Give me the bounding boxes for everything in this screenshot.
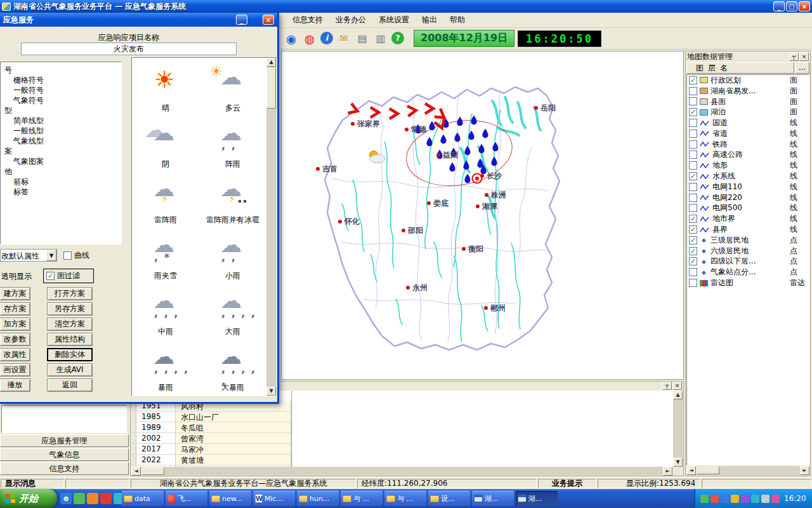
default-property-dropdown[interactable]: 改默认属性 ▼ — [0, 249, 57, 262]
layer-checkbox[interactable]: ✓ — [689, 225, 697, 234]
table-row[interactable]: 2022黄坡塘 — [131, 455, 291, 465]
chevron-down-icon[interactable]: ▼ — [46, 250, 56, 261]
menu-item-1[interactable]: 信息支持 — [287, 13, 329, 27]
left-nav-button-1[interactable]: 应急服务管理 — [0, 434, 129, 447]
dialog-minimize-button[interactable]: _ — [236, 15, 247, 25]
weather-symbol-sun-cloud[interactable]: ☀☁多云 — [199, 60, 266, 116]
tree-item-8[interactable]: 气象线型 — [1, 136, 121, 146]
layer-checkbox[interactable]: ✓ — [689, 215, 697, 223]
layer-checkbox[interactable] — [689, 194, 697, 202]
dialog-close-button[interactable]: × — [263, 15, 274, 25]
weather-symbol-overcast[interactable]: ☁☁阴 — [132, 116, 199, 172]
print-preview-icon[interactable]: ▥ — [373, 32, 388, 46]
tree-item-9[interactable]: 案 — [1, 146, 121, 156]
scroll-thumb[interactable] — [141, 467, 164, 475]
weather-symbol-shower[interactable]: ☁, ,阵雨 — [199, 116, 266, 172]
close-button[interactable]: × — [799, 1, 810, 11]
dialog-button[interactable]: 改参数 — [0, 333, 30, 346]
layer-checkbox[interactable]: ✓ — [689, 172, 697, 180]
taskbar-item-6[interactable]: 与 ... — [341, 491, 383, 506]
dialog-button[interactable]: 画设置 — [0, 363, 30, 377]
tree-item-7[interactable]: 一般线型 — [1, 126, 121, 136]
layer-row[interactable]: 国道线 — [687, 117, 809, 128]
layer-row[interactable]: 电网500线 — [687, 203, 809, 214]
layer-checkbox[interactable] — [689, 183, 697, 191]
transparent-checkbox-row[interactable]: 透明显示 — [1, 271, 32, 282]
dialog-button[interactable]: 另存方案 — [47, 302, 93, 316]
weather-symbol-thunder[interactable]: ☁⚡雷阵雨 — [132, 172, 199, 228]
curve-checkbox[interactable] — [63, 251, 72, 260]
layer-checkbox[interactable] — [689, 279, 697, 287]
weather-symbol-sleet[interactable]: ☁, *雨夹雪 — [132, 228, 199, 284]
left-nav-button-2[interactable]: 气象信息 — [0, 448, 129, 461]
city-marker[interactable]: 张家界 — [351, 119, 380, 128]
dialog-button[interactable]: 返回 — [47, 378, 93, 392]
layer-checkbox[interactable] — [689, 97, 697, 105]
face-filter-checkbox-row[interactable]: ✓ 面过滤 — [43, 269, 94, 283]
project-name-input[interactable] — [21, 43, 237, 55]
layer-row[interactable]: ✓◆三级居民地点 — [687, 235, 809, 246]
dialog-button[interactable]: 属性结构 — [47, 333, 93, 346]
layer-checkbox[interactable]: ✓ — [689, 257, 697, 265]
city-marker[interactable]: 永州 — [406, 283, 428, 292]
layer-row[interactable]: ✓水系线线 — [687, 171, 809, 182]
scroll-left-icon[interactable]: ◄ — [131, 467, 141, 476]
layer-checkbox[interactable]: ✓ — [689, 108, 697, 116]
more-button[interactable]: ... — [795, 62, 809, 74]
scroll-up-icon[interactable]: ▲ — [673, 391, 683, 399]
layer-row[interactable]: 高速公路线 — [687, 150, 809, 161]
layer-row[interactable]: ✓行政区划面 — [687, 75, 809, 86]
weather-symbol-rain-3[interactable]: ☁, , , ,大雨 — [199, 284, 266, 340]
city-marker[interactable]: 常德 — [405, 125, 427, 134]
tree-item-11[interactable]: 他 — [1, 166, 121, 177]
taskbar-item-3[interactable]: new... — [209, 491, 251, 506]
dialog-button[interactable]: 删除实体 — [47, 348, 93, 361]
menu-item-3[interactable]: 系统设置 — [373, 13, 415, 27]
scroll-right-icon[interactable]: ► — [663, 467, 672, 476]
close-icon[interactable]: × — [672, 382, 682, 390]
layer-row[interactable]: 县面面 — [687, 97, 809, 107]
weather-symbol-rain-2[interactable]: ☁, , ,中雨 — [132, 284, 199, 340]
layer-row[interactable]: 电网220线 — [687, 192, 809, 203]
tree-item-6[interactable]: 简单线型 — [1, 116, 121, 126]
layer-row[interactable]: 地形线 — [687, 160, 809, 171]
city-marker[interactable]: 郴州 — [484, 304, 506, 312]
pin-icon[interactable]: ┬ — [789, 53, 799, 61]
table-row[interactable]: 2017马家冲 — [131, 444, 291, 455]
table-row[interactable]: 1989冬瓜咀 — [131, 422, 291, 433]
print-icon[interactable]: ▤ — [355, 32, 370, 46]
dialog-button[interactable]: 清空方案 — [47, 318, 93, 331]
globe-icon[interactable]: ◉ — [284, 32, 299, 46]
layer-row[interactable]: 湖南省易发...面 — [687, 86, 809, 97]
city-marker[interactable]: 邵阳 — [402, 226, 423, 235]
layer-row[interactable]: 省道线 — [687, 128, 809, 139]
taskbar-item-7[interactable]: 与 ... — [384, 491, 426, 506]
info-icon[interactable]: i — [320, 32, 333, 44]
weather-symbol-rain-1[interactable]: ☁, ,小雨 — [199, 228, 266, 284]
tree-item-13[interactable]: 标签 — [1, 187, 121, 197]
ie-icon[interactable]: e — [60, 493, 72, 504]
menu-item-2[interactable]: 业务办公 — [330, 13, 372, 27]
layer-checkbox[interactable] — [689, 140, 697, 149]
layer-name-column[interactable]: 图层名 — [686, 62, 794, 74]
weather-symbol-storm-2[interactable]: ☁, , , , ,大暴雨 — [199, 340, 266, 396]
taskbar-item-4[interactable]: WMic... — [253, 491, 295, 506]
tray-icon-4[interactable] — [731, 495, 739, 503]
minimize-button[interactable]: _ — [773, 1, 785, 11]
tray-icon-1[interactable] — [700, 495, 709, 503]
menu-item-4[interactable]: 输出 — [416, 13, 443, 27]
city-marker[interactable]: 株洲 — [485, 190, 506, 199]
face-filter-checkbox[interactable]: ✓ — [46, 272, 55, 280]
start-button[interactable]: 开始 — [0, 489, 57, 508]
layer-checkbox[interactable] — [689, 130, 697, 138]
scroll-left-icon[interactable]: ◄ — [686, 466, 696, 475]
curve-checkbox-row[interactable]: 曲线 — [63, 250, 89, 261]
pin-icon[interactable]: ┬ — [662, 382, 672, 390]
stop-icon[interactable]: ◍ — [302, 32, 317, 46]
tray-icon-8[interactable] — [771, 495, 780, 503]
layer-row[interactable]: ✓湖泊面 — [687, 107, 809, 117]
mail-icon[interactable]: ✉ — [336, 32, 351, 46]
left-nav-button-3[interactable]: 信息支持 — [0, 462, 129, 475]
scroll-thumb[interactable] — [697, 467, 719, 474]
dialog-button[interactable]: 加方案 — [0, 318, 30, 331]
